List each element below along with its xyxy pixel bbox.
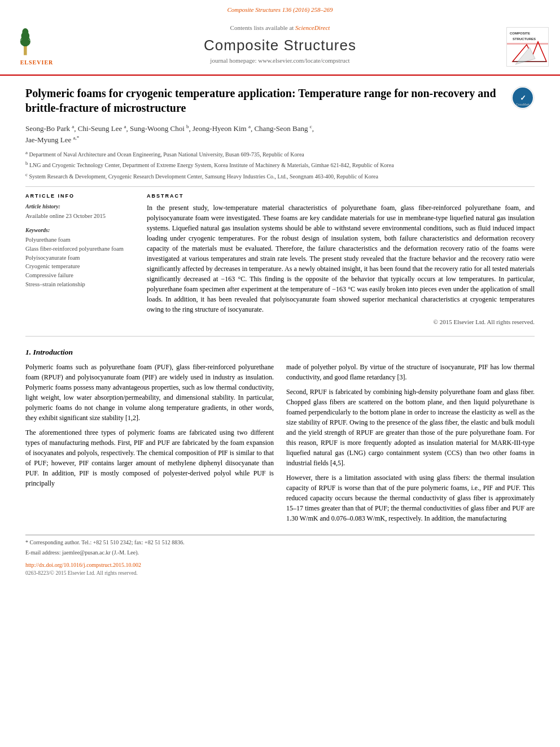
keywords-list: Polyurethane foam Glass fiber-reinforced… xyxy=(25,235,135,289)
copyright: © 2015 Elsevier Ltd. All rights reserved… xyxy=(147,318,535,327)
keyword-1: Polyurethane foam xyxy=(25,235,135,244)
intro-right-col: made of polyether polyol. By virtue of t… xyxy=(286,362,535,528)
content-area: Polymeric foams for cryogenic temperatur… xyxy=(0,76,560,583)
author-6: Jae-Myung Lee a,* xyxy=(25,136,79,144)
journal-header: Composite Structures 136 (2016) 258–269 … xyxy=(0,0,560,76)
sciencedirect-link[interactable]: ScienceDirect xyxy=(295,24,330,31)
intro-left-col: Polymeric foams such as polyurethane foa… xyxy=(25,362,274,528)
author-1: Seong-Bo Park a xyxy=(25,124,74,133)
rights-line: 0263-8223/© 2015 Elsevier Ltd. All right… xyxy=(25,570,535,578)
svg-point-3 xyxy=(22,28,28,36)
intro-para-1: Polymeric foams such as polyurethane foa… xyxy=(25,362,274,423)
svg-text:✓: ✓ xyxy=(520,94,526,102)
keyword-5: Compressive failure xyxy=(25,271,135,280)
composite-structures-logo-icon: COMPOSITE STRUCTURES xyxy=(507,28,549,67)
journal-title-area: ELSEVIER Contents lists available at Sci… xyxy=(0,19,560,75)
svg-rect-12 xyxy=(507,43,549,45)
authors-line: Seong-Bo Park a, Chi-Seung Lee a, Sung-W… xyxy=(25,123,535,146)
contents-list-line: Contents lists available at ScienceDirec… xyxy=(204,24,356,33)
footnotes-area: * Corresponding author. Tel.: +82 51 510… xyxy=(25,535,535,577)
available-online: Available online 23 October 2015 xyxy=(25,212,135,220)
author-2: Chi-Seung Lee a xyxy=(78,124,126,133)
article-info-column: ARTICLE INFO Article history: Available … xyxy=(25,193,135,327)
author-3: Sung-Woong Choi b xyxy=(130,124,189,133)
article-history-sublabel: Article history: xyxy=(25,203,135,211)
author-5: Chang-Seon Bang c xyxy=(254,124,312,133)
journal-main-title: Composite Structures xyxy=(204,35,356,56)
affiliation-a: a Department of Naval Architecture and O… xyxy=(25,149,535,159)
author-4: Jeong-Hyeon Kim a xyxy=(193,124,251,133)
intro-para-2: The aforementioned three types of polyme… xyxy=(25,427,274,488)
keywords-section: Keywords: Polyurethane foam Glass fiber-… xyxy=(25,226,135,289)
section-heading: 1. Introduction xyxy=(25,347,535,358)
elsevier-wordmark: ELSEVIER xyxy=(20,59,54,67)
intro-columns: Polymeric foams such as polyurethane foa… xyxy=(25,362,535,528)
svg-text:COMPOSITE: COMPOSITE xyxy=(510,32,530,35)
article-info-label: ARTICLE INFO xyxy=(25,193,135,200)
footnote-corresponding: * Corresponding author. Tel.: +82 51 510… xyxy=(25,539,535,547)
article-info-abstract: ARTICLE INFO Article history: Available … xyxy=(25,193,535,327)
abstract-text: In the present study, low-temperature ma… xyxy=(147,203,535,314)
abstract-column: ABSTRACT In the present study, low-tempe… xyxy=(147,193,535,327)
abstract-label: ABSTRACT xyxy=(147,193,535,200)
journal-citation-top: Composite Structures 136 (2016) 258–269 xyxy=(0,6,560,15)
keyword-3: Polyisocyanurate foam xyxy=(25,254,135,263)
footnote-email: E-mail address: jaemlee@pusan.ac.kr (J.-… xyxy=(25,549,535,557)
elsevier-logo: ELSEVIER xyxy=(11,27,62,67)
crossmark-icon: ✓ CrossMark xyxy=(511,86,535,110)
svg-text:STRUCTURES: STRUCTURES xyxy=(513,37,536,41)
keyword-4: Cryogenic temperature xyxy=(25,262,135,271)
intro-para-5: However, there is a limitation associate… xyxy=(286,473,535,523)
crossmark: ✓ CrossMark xyxy=(511,86,535,113)
keyword-2: Glass fiber-reinforced polyurethane foam xyxy=(25,244,135,254)
elsevier-tree-icon xyxy=(17,27,56,58)
divider-2 xyxy=(25,336,535,337)
affiliation-b: b LNG and Cryogenic Technology Center, D… xyxy=(25,160,535,169)
intro-para-4: Second, RPUF is fabricated by combining … xyxy=(286,387,535,468)
journal-homepage: journal homepage: www.elsevier.com/locat… xyxy=(204,56,356,70)
introduction-section: 1. Introduction Polymeric foams such as … xyxy=(25,347,535,528)
svg-text:CrossMark: CrossMark xyxy=(516,103,530,106)
article-title: Polymeric foams for cryogenic temperatur… xyxy=(25,86,535,115)
keyword-6: Stress–strain relationship xyxy=(25,280,135,289)
affiliations: a Department of Naval Architecture and O… xyxy=(25,149,535,181)
divider-1 xyxy=(25,186,535,187)
article-info-section: ARTICLE INFO Article history: Available … xyxy=(25,193,135,221)
affiliation-c: c System Research & Development, Cryogen… xyxy=(25,171,535,181)
page-wrapper: Composite Structures 136 (2016) 258–269 … xyxy=(0,0,560,583)
cs-logo: COMPOSITE STRUCTURES xyxy=(506,27,549,67)
doi-line: http://dx.doi.org/10.1016/j.compstruct.2… xyxy=(25,561,535,570)
header-center: Contents lists available at ScienceDirec… xyxy=(204,24,356,70)
article-title-container: Polymeric foams for cryogenic temperatur… xyxy=(25,86,535,115)
intro-para-3: made of polyether polyol. By virtue of t… xyxy=(286,362,535,382)
keywords-label: Keywords: xyxy=(25,226,135,235)
